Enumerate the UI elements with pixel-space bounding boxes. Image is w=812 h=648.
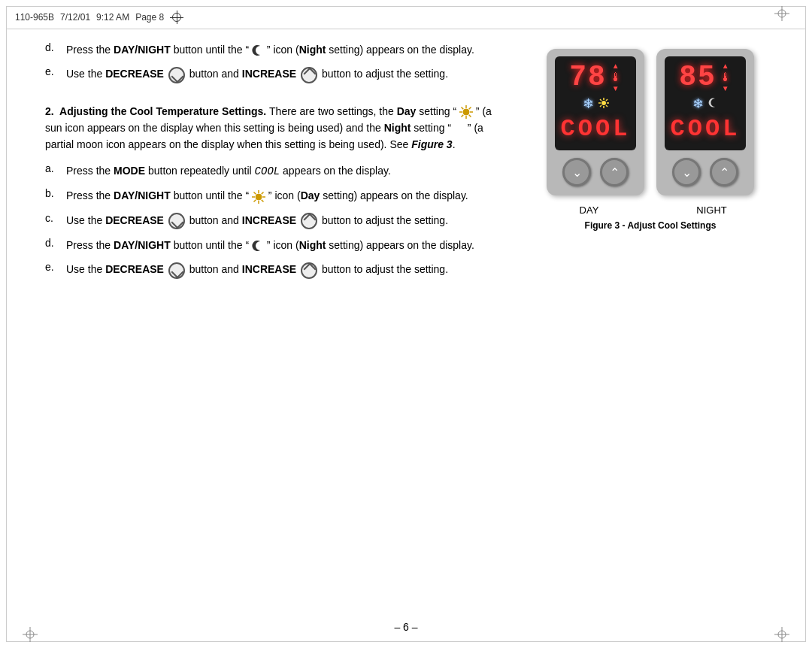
day-cool-text: COOL — [561, 115, 631, 143]
header-date: 7/12/01 — [60, 12, 90, 23]
step-c-text: Use the DECREASE button and INCREASE but… — [66, 212, 448, 229]
day-snowflake-icon: ❄ — [583, 95, 594, 112]
step-d-text-2: Press the DAY/NIGHT button until the “ ”… — [66, 237, 474, 253]
moon-icon-pre-d — [252, 44, 264, 56]
figure-caption: Figure 3 - Adjust Cool Settings — [585, 220, 717, 231]
night-screen: 85 ▲ 🌡 ▼ ❄ — [665, 56, 746, 150]
header-page: Page 8 — [135, 12, 164, 23]
step-a: a. Press the MODE button repeatedly unti… — [45, 162, 511, 180]
section-title-bold: Adjusting the Cool Temperature Settings. — [59, 105, 266, 117]
step-d-letter-2: d. — [45, 237, 60, 249]
night-snowflake-icon: ❄ — [692, 95, 704, 112]
step-b: b. Press the DAY/NIGHT button until the … — [45, 187, 511, 204]
step-d: d. Press the DAY/NIGHT button until the … — [45, 237, 511, 253]
section-heading: 2. Adjusting the Cool Temperature Settin… — [45, 103, 511, 153]
night-increase-arrow-icon: ⌃ — [720, 165, 729, 180]
night-thermostat: 85 ▲ 🌡 ▼ ❄ — [656, 49, 754, 195]
bottom-left-crosshair-icon — [23, 627, 38, 642]
sun-icon-step-b — [252, 190, 265, 204]
day-screen: 78 ▲ 🌡 ▼ ❄ — [555, 56, 636, 150]
night-cool-text: COOL — [671, 115, 741, 143]
header-doc-id: 110-965B — [15, 12, 54, 23]
step-b-letter: b. — [45, 187, 60, 199]
night-thermo-symbol: 🌡 — [720, 71, 732, 84]
figure-labels: DAY NIGHT — [534, 204, 767, 216]
svg-line-19 — [262, 192, 264, 194]
increase-btn-icon-e — [301, 262, 317, 279]
main-content: d. Press the DAY/NIGHT button until the … — [45, 41, 767, 603]
svg-line-29 — [600, 105, 601, 107]
day-thermostat: 78 ▲ 🌡 ▼ ❄ — [547, 49, 644, 195]
step-a-letter: a. — [45, 162, 60, 174]
svg-line-9 — [469, 115, 471, 117]
svg-line-10 — [469, 107, 471, 109]
night-figure-label: NIGHT — [682, 204, 742, 216]
svg-line-27 — [606, 105, 607, 107]
step-b-text: Press the DAY/NIGHT button until the “ ”… — [66, 187, 468, 204]
step-c-letter: c. — [45, 212, 60, 224]
step-e-letter-pre: e. — [45, 65, 60, 77]
day-down-arrow: ▼ — [612, 85, 620, 92]
section-number: 2. — [45, 105, 54, 117]
decrease-btn-icon-e — [168, 262, 185, 279]
step-e-text: Use the DECREASE button and INCREASE but… — [66, 261, 448, 278]
text-section: d. Press the DAY/NIGHT button until the … — [45, 41, 519, 603]
day-thermo-buttons: ⌄ ⌃ — [562, 158, 629, 186]
step-d-text: Press the DAY/NIGHT button until the “ ”… — [66, 41, 474, 58]
night-temp-icons: ▲ 🌡 ▼ — [720, 62, 732, 92]
step-e-letter: e. — [45, 261, 60, 273]
night-screen-icons: ❄ — [692, 95, 718, 112]
increase-btn-icon-c — [301, 213, 317, 229]
day-sun-screen-icon — [598, 98, 609, 111]
bottom-right-crosshair-icon — [774, 627, 789, 642]
night-temp-row: 85 ▲ 🌡 ▼ — [669, 62, 741, 92]
night-moon-icon-svg — [708, 98, 718, 107]
top-right-crosshair-icon — [774, 6, 789, 21]
svg-point-3 — [463, 109, 469, 115]
decrease-btn-icon-pre-e — [168, 67, 185, 83]
night-up-arrow: ▲ — [722, 62, 729, 70]
night-increase-button[interactable]: ⌃ — [710, 158, 738, 186]
moon-icon-heading — [454, 123, 465, 134]
day-screen-icons: ❄ — [583, 95, 609, 112]
night-temp-digits: 85 — [679, 63, 717, 92]
header-crosshair-icon — [170, 11, 183, 24]
night-moon-screen-icon — [708, 98, 718, 110]
step-d-letter: d. — [45, 41, 60, 53]
pre-step-d: d. Press the DAY/NIGHT button until the … — [45, 41, 511, 58]
svg-line-28 — [606, 99, 607, 101]
svg-line-26 — [600, 99, 601, 101]
day-decrease-arrow-icon: ⌄ — [572, 165, 582, 180]
header-time: 9:12 AM — [96, 12, 129, 23]
svg-point-12 — [256, 194, 262, 200]
figure-section: 78 ▲ 🌡 ▼ ❄ — [534, 41, 767, 603]
day-temp-icons: ▲ 🌡 ▼ — [610, 62, 622, 92]
svg-line-20 — [253, 199, 256, 201]
increase-btn-icon-pre-e — [301, 67, 317, 83]
svg-line-8 — [461, 107, 463, 109]
day-temp-digits: 78 — [569, 63, 607, 92]
night-decrease-button[interactable]: ⌄ — [672, 158, 701, 186]
day-increase-button[interactable]: ⌃ — [600, 158, 629, 186]
day-decrease-button[interactable]: ⌄ — [562, 158, 591, 186]
svg-line-17 — [253, 192, 256, 194]
night-decrease-arrow-icon: ⌄ — [682, 165, 692, 180]
moon-icon-step-d — [252, 240, 264, 252]
day-increase-arrow-icon: ⌃ — [610, 165, 620, 180]
decrease-btn-icon-c — [168, 213, 185, 229]
step-a-text: Press the MODE button repeatedly until C… — [66, 162, 391, 180]
day-thermo-symbol: 🌡 — [610, 71, 622, 84]
step-e: e. Use the DECREASE button and INCREASE … — [45, 261, 511, 278]
svg-point-21 — [601, 101, 606, 105]
sun-icon-heading — [459, 105, 473, 119]
day-temp-row: 78 ▲ 🌡 ▼ — [559, 62, 632, 92]
day-up-arrow: ▲ — [612, 62, 620, 70]
day-sun-icon-svg — [598, 98, 609, 108]
step-c: c. Use the DECREASE button and INCREASE … — [45, 212, 511, 229]
page-number: – 6 – — [394, 621, 417, 633]
pre-step-e: e. Use the DECREASE button and INCREASE … — [45, 65, 511, 83]
night-thermo-buttons: ⌄ ⌃ — [672, 158, 738, 186]
night-down-arrow: ▼ — [722, 85, 729, 92]
svg-line-11 — [461, 115, 463, 117]
svg-line-18 — [262, 199, 264, 201]
